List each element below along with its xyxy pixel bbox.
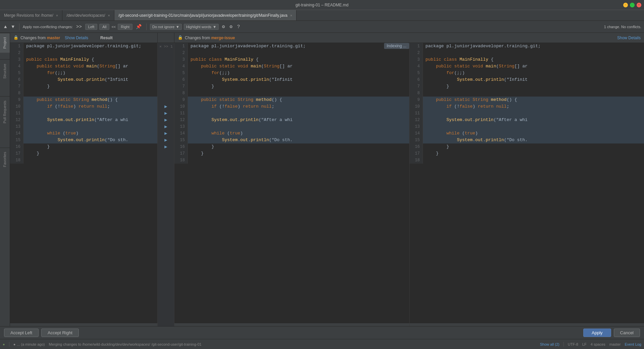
gutter-line-18 (158, 164, 174, 170)
gutter-arrow-icon[interactable]: ▶ (164, 143, 167, 150)
gutter-line-10: ▶ (158, 110, 174, 117)
sidebar-tab-project[interactable]: Project (0, 33, 10, 53)
help-icon[interactable]: ? (236, 23, 241, 30)
pinned-icon[interactable]: 📌 (135, 23, 143, 30)
sidebar-tab-favorites[interactable]: Favorites (0, 148, 10, 171)
line-code: if (!false) return null; (188, 103, 277, 110)
settings-icon-2[interactable]: ⚙ (228, 23, 233, 30)
left-h-scrollbar[interactable] (10, 323, 157, 326)
accept-left-button[interactable]: Accept Left (4, 329, 39, 337)
code-line-5: 5 for(;;) (10, 70, 157, 76)
left-button[interactable]: Left (85, 24, 97, 30)
line-number: 17 (410, 150, 423, 157)
left-show-details-button[interactable]: Show Details (65, 36, 88, 40)
nav-up-icon[interactable]: ▲ (3, 23, 8, 30)
center-h-scrollbar[interactable] (174, 323, 409, 326)
lock-icon-right: 🔒 (178, 35, 183, 40)
all-button[interactable]: All (99, 24, 109, 30)
tab-bar: Merge Revisions for /home/ × /dev/dev/wo… (0, 10, 644, 21)
gutter-arrow-icon[interactable]: ▶ (164, 110, 167, 117)
line-code: public static void main(String[] ar (188, 63, 295, 70)
line-number: 5 (10, 70, 23, 76)
tab-close-icon[interactable]: × (290, 13, 292, 17)
line-code: if (!false) return null; (423, 103, 512, 110)
gutter-panel: ✕ >> 1 ▶▶▶▶▶▶▶ (158, 43, 174, 326)
line-number: 18 (410, 157, 423, 164)
gutter-header (158, 33, 174, 43)
left-code-panel: 1package pl.juniorjavadeveloper.training… (10, 43, 158, 326)
merge-status-item[interactable]: Merging changes to /home/wild-duckling/d… (49, 342, 201, 346)
tab-dev-workspaces[interactable]: /dev/dev/workspaces/ × (62, 10, 114, 20)
tab-close-icon[interactable]: × (56, 13, 58, 17)
minimize-button[interactable]: – (623, 3, 628, 7)
line-code: public static void main(String[] ar (423, 63, 530, 70)
line-number: 8 (174, 90, 188, 97)
line-code: public static String method() { (188, 97, 285, 103)
event-log-label[interactable]: Event Log (625, 342, 641, 346)
line-code (423, 50, 428, 56)
line-code: public static String method() { (423, 97, 520, 103)
center-code-content[interactable]: 1package pl.juniorjavadeveloper.training… (174, 43, 409, 323)
gutter-line-5 (158, 76, 174, 83)
cancel-button[interactable]: Cancel (614, 329, 640, 337)
accept-right-button[interactable]: Accept Right (41, 329, 79, 337)
git-status-item[interactable]: ● ... (a minute ago) (13, 342, 45, 346)
gutter-arrow-icon[interactable]: ▶ (164, 123, 167, 130)
code-line-2: 2 (174, 50, 409, 56)
left-code-content[interactable]: 1package pl.juniorjavadeveloper.training… (10, 43, 157, 323)
line-number: 12 (174, 117, 188, 123)
gutter-arrow-icon[interactable]: ▶ (164, 117, 167, 123)
left-header-label: Changes from master (20, 36, 60, 40)
gutter-arrow-icon[interactable]: ▶ (164, 103, 167, 110)
indent-label[interactable]: 4 spaces (591, 342, 605, 346)
code-line-10: 10 if (!false) return null; (10, 103, 157, 110)
line-code: System.out.println("After a whi (23, 117, 131, 123)
encoding-label[interactable]: UTF-8 (568, 342, 578, 346)
highlight-words-dropdown[interactable]: Highlight words ▼ (184, 24, 219, 30)
settings-icon-1[interactable]: ⚙ (221, 23, 226, 30)
line-code: System.out.println("After a whi (188, 117, 295, 123)
apply-button[interactable]: Apply (583, 329, 611, 337)
show-all-button[interactable]: Show all (2) (540, 342, 559, 346)
gutter-line-16 (158, 150, 174, 157)
line-code: while (true) (23, 130, 81, 137)
bottom-right-buttons: Apply Cancel (583, 329, 640, 337)
close-button[interactable]: × (637, 3, 641, 7)
line-sep-label[interactable]: LF (582, 342, 587, 346)
tab-merge-revisions[interactable]: Merge Revisions for /home/ × (0, 10, 62, 20)
line-code: if (!false) return null; (23, 103, 113, 110)
right-code-content[interactable]: 1package pl.juniorjavadeveloper.training… (410, 43, 644, 323)
gutter-arrow-icon[interactable]: ▶ (164, 130, 167, 137)
maximize-button[interactable]: □ (630, 3, 635, 7)
code-line-16: 16 } (174, 143, 409, 150)
sidebar-tab-structure[interactable]: Structure (0, 59, 10, 83)
right-show-details-button[interactable]: Show Details (617, 36, 641, 40)
line-code: } (23, 143, 52, 150)
line-code: public class MainFinally { (423, 56, 496, 63)
code-line-13: 13 (10, 123, 157, 130)
code-line-16: 16 } (410, 143, 644, 150)
code-line-6: 6 System.out.println("Infinit (410, 76, 644, 83)
right-button[interactable]: Right (118, 24, 132, 30)
line-number: 14 (10, 130, 23, 137)
tab-close-icon[interactable]: × (108, 13, 110, 17)
tab-main-finally[interactable]: /git-second-user/git-training-01/src/mai… (114, 10, 297, 20)
gutter-arrow-icon[interactable]: ▶ (164, 137, 167, 143)
right-h-scrollbar[interactable] (410, 323, 644, 326)
line-code: } (23, 83, 52, 90)
nav-down-icon[interactable]: ▼ (10, 23, 15, 30)
branch-label[interactable]: master (609, 342, 621, 346)
status-indicator[interactable]: ● (3, 342, 5, 346)
line-number: 1 (410, 43, 423, 50)
sidebar-tab-pull-requests[interactable]: Pull Requests (0, 96, 10, 127)
line-number: 2 (174, 50, 188, 56)
line-code: while (true) (423, 130, 481, 137)
line-number: 16 (10, 143, 23, 150)
line-number: 7 (10, 83, 23, 90)
ignore-dropdown[interactable]: Do not ignore ▼ (150, 24, 182, 30)
line-number: 3 (410, 56, 423, 63)
status-sep (9, 342, 9, 347)
status-right: Show all (2) UTF-8 LF 4 spaces master Ev… (540, 342, 641, 347)
separator (19, 23, 19, 30)
panels-row: 1package pl.juniorjavadeveloper.training… (10, 43, 644, 326)
